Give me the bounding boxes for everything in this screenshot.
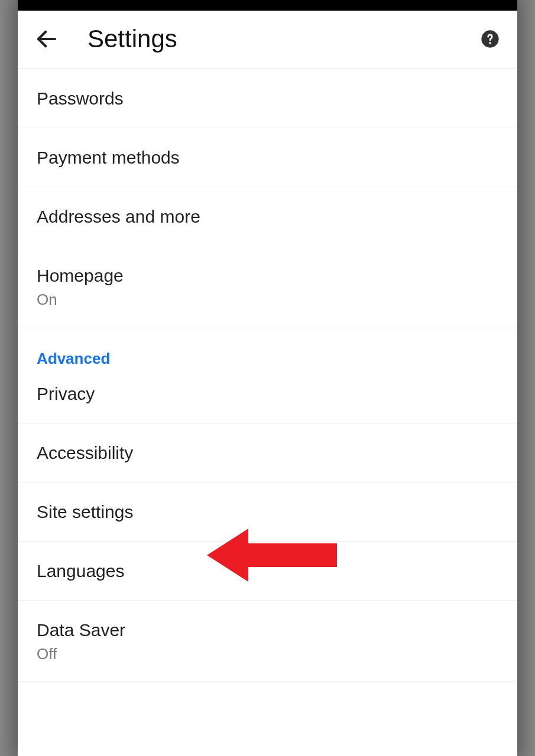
list-item-label: Payment methods: [37, 146, 498, 169]
app-bar: Settings: [18, 11, 517, 69]
settings-item-passwords[interactable]: Passwords: [18, 69, 517, 128]
help-button[interactable]: [479, 28, 501, 50]
list-item-label: Accessibility: [37, 441, 498, 464]
list-item-sublabel: On: [37, 291, 498, 309]
section-header-advanced: Advanced: [18, 327, 517, 376]
arrow-back-icon: [34, 27, 59, 51]
back-button[interactable]: [34, 25, 63, 53]
settings-item-site-settings[interactable]: Site settings: [18, 483, 517, 542]
settings-item-data-saver[interactable]: Data Saver Off: [18, 601, 517, 682]
help-icon: [481, 30, 500, 48]
list-item-label: Site settings: [37, 500, 498, 523]
list-item-label: Addresses and more: [37, 205, 498, 228]
settings-list: Passwords Payment methods Addresses and …: [18, 69, 517, 682]
list-item-label: Data Saver: [37, 618, 498, 641]
list-item-label: Homepage: [37, 264, 498, 287]
list-item-label: Languages: [37, 559, 498, 582]
settings-item-privacy[interactable]: Privacy: [18, 376, 517, 423]
settings-item-accessibility[interactable]: Accessibility: [18, 423, 517, 483]
svg-point-2: [489, 42, 491, 44]
status-bar: [18, 0, 517, 11]
list-item-sublabel: Off: [37, 645, 498, 663]
page-title: Settings: [87, 25, 479, 53]
list-item-label: Passwords: [37, 87, 498, 110]
settings-item-homepage[interactable]: Homepage On: [18, 246, 517, 327]
list-item-label: Privacy: [37, 382, 498, 405]
settings-item-payment-methods[interactable]: Payment methods: [18, 128, 517, 187]
settings-item-languages[interactable]: Languages: [18, 542, 517, 601]
settings-item-addresses[interactable]: Addresses and more: [18, 187, 517, 246]
